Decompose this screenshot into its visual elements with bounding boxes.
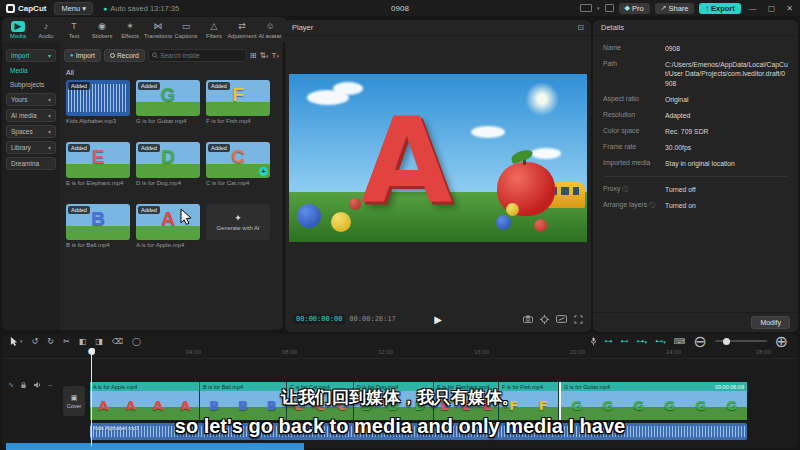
shortcuts-button[interactable]: ⌨ (674, 337, 686, 346)
add-to-timeline-button[interactable]: + (259, 167, 268, 176)
magnetic-toggle[interactable]: ⊶ (605, 337, 613, 346)
tab-captions[interactable]: ▭Captions (172, 21, 200, 39)
audio-waveform-thumb[interactable]: Added (66, 80, 130, 116)
tab-text[interactable]: TText (60, 21, 88, 39)
detail-toggle-proxy: Proxy ⓘTurned off (603, 185, 788, 194)
mouse-cursor (180, 208, 193, 225)
trim-right-button[interactable]: ◨ (95, 337, 103, 346)
import-button[interactable]: ●Import (64, 49, 101, 62)
layout-view-icon[interactable] (580, 4, 592, 12)
sparkle-icon: ✦ (234, 213, 242, 223)
export-button[interactable]: ↑Export (699, 3, 740, 14)
ratio-icon[interactable] (556, 315, 567, 323)
menu-button[interactable]: Menu ▾ (54, 2, 93, 15)
close-button[interactable]: ✕ (783, 4, 796, 13)
timeline-toolbar: ▾ ↺ ↻ ✂ ◧ ◨ ⌫ ◯ ⊶ ⊷ ⊶▾ ⊷▾ ⌨ ⊖ (2, 334, 798, 348)
video-preview[interactable]: A (289, 74, 587, 242)
zoom-slider-knob[interactable] (723, 338, 730, 345)
select-tool-button[interactable]: ▾ (10, 336, 23, 346)
added-badge: Added (138, 144, 160, 152)
chevron-down-icon: ▾ (48, 96, 51, 103)
tab-ai-avatar[interactable]: ☺AI avatar (256, 21, 284, 39)
modify-button[interactable]: Modify (751, 316, 790, 329)
focus-icon[interactable] (540, 315, 549, 324)
linked-toggle[interactable]: ⊷ (621, 337, 629, 346)
grid-view-icon[interactable]: ⊞ (250, 51, 257, 60)
tab-audio[interactable]: ♪Audio (32, 21, 60, 39)
snapshot-icon[interactable] (523, 315, 533, 323)
capcut-window: CapCut Menu ▾ ● Auto saved 13:17:35 0908… (0, 0, 800, 450)
audio-icon: ♪ (44, 21, 49, 32)
search-input[interactable] (160, 52, 243, 59)
generate-with-ai-button[interactable]: ✦ Generate with AI (206, 204, 270, 240)
autosave-status: ● Auto saved 13:17:35 (103, 4, 179, 13)
mask-button[interactable]: ◯ (132, 337, 141, 346)
tab-stickers[interactable]: ◉Stickers (88, 21, 116, 39)
import-dot-icon: ● (70, 52, 74, 58)
chevron-down-icon: ▾ (48, 52, 51, 59)
added-badge: Added (68, 82, 90, 90)
filters-icon: △ (211, 21, 218, 32)
undo-button[interactable]: ↺ (32, 337, 39, 346)
search-box[interactable] (148, 49, 247, 62)
player-panel: Player ⊡ A 00:00:00:00 00:00:28:17 ▶ (285, 20, 591, 332)
tab-filters[interactable]: △Filters (200, 21, 228, 39)
share-button[interactable]: ↗Share (655, 3, 695, 14)
letter-a: A (361, 92, 452, 230)
added-badge: Added (138, 82, 160, 90)
sidenav-spaces[interactable]: Spaces▾ (6, 125, 56, 138)
details-title: Details (593, 20, 798, 36)
sidenav-media[interactable]: Media (6, 65, 56, 76)
detail-row-resolution: ResolutionAdapted (603, 111, 788, 120)
timeline-zoom-slider[interactable] (715, 340, 767, 342)
app-name: CapCut (18, 4, 46, 13)
play-button[interactable]: ▶ (434, 314, 442, 325)
video-track-header: ▦ − (6, 443, 304, 450)
sun (525, 82, 559, 116)
media-item-fish[interactable]: AddedF F is for Fish.mp4 (206, 80, 270, 124)
tab-media[interactable]: ▶Media (4, 21, 32, 39)
voiceover-button[interactable] (590, 337, 597, 346)
sidenav-ai-media[interactable]: AI media▾ (6, 109, 56, 122)
sidenav-dreamina[interactable]: Dreamina (6, 157, 56, 170)
record-button[interactable]: Record (104, 49, 145, 62)
media-sidenav: Import▾ Media Subprojects Yours▾ AI medi… (2, 42, 60, 330)
media-item-guitar[interactable]: AddedG G is for Guitar.mp4 (136, 80, 200, 124)
sidenav-yours[interactable]: Yours▾ (6, 93, 56, 106)
adjustment-icon: ⇄ (238, 21, 246, 32)
redo-button[interactable]: ↻ (47, 337, 54, 346)
captions-icon: ▭ (182, 21, 191, 32)
timeline-ruler[interactable]: 0 04:00 08:00 12:00 16:00 20:00 24:00 28… (2, 348, 798, 359)
player-options-icon[interactable]: ⊡ (577, 23, 584, 32)
tab-adjustment[interactable]: ⇄Adjustment (228, 21, 256, 39)
sidenav-import[interactable]: Import▾ (6, 49, 56, 62)
pro-button[interactable]: ◆Pro (619, 3, 650, 14)
tab-effects[interactable]: ✶Effects (116, 21, 144, 39)
trim-left-button[interactable]: ◧ (79, 337, 87, 346)
added-badge: Added (138, 206, 160, 214)
sidenav-library[interactable]: Library▾ (6, 141, 56, 154)
minimize-button[interactable]: — (746, 4, 760, 13)
preview-snap-toggle[interactable]: ⊷▾ (655, 337, 666, 346)
layout-caret-icon[interactable]: ▾ (597, 5, 600, 11)
sort-icon[interactable]: ⇅▾ (259, 51, 268, 60)
media-item-elephant[interactable]: AddedE E is for Elephant.mp4 (66, 142, 130, 186)
sidenav-subprojects[interactable]: Subprojects (6, 79, 56, 90)
titlebar: CapCut Menu ▾ ● Auto saved 13:17:35 0908… (0, 0, 800, 16)
tab-transitions[interactable]: ⋈Transitions (144, 21, 172, 39)
filter-type-icon[interactable]: T▾ (272, 51, 279, 60)
fullscreen-icon[interactable] (574, 315, 583, 324)
split-button[interactable]: ✂ (63, 337, 70, 346)
media-item-dog[interactable]: AddedD D is for Dog.mp4 (136, 142, 200, 186)
auto-ripple-toggle[interactable]: ⊶▾ (637, 337, 648, 346)
media-item-audio[interactable]: Added Kids Alphabet.mp3 (66, 80, 130, 124)
current-timecode: 00:00:00:00 (293, 314, 345, 324)
delete-button[interactable]: ⌫ (112, 337, 123, 346)
maximize-button[interactable]: ▢ (765, 4, 779, 13)
media-item-cat[interactable]: AddedC+ C is for Cat.mp4 (206, 142, 270, 186)
chevron-down-icon: ▾ (48, 128, 51, 135)
section-label: All (66, 69, 279, 76)
media-item-ball[interactable]: AddedB B is for Ball.mp4 (66, 204, 130, 248)
media-icon: ▶ (11, 21, 25, 32)
compact-view-icon[interactable] (605, 4, 614, 12)
